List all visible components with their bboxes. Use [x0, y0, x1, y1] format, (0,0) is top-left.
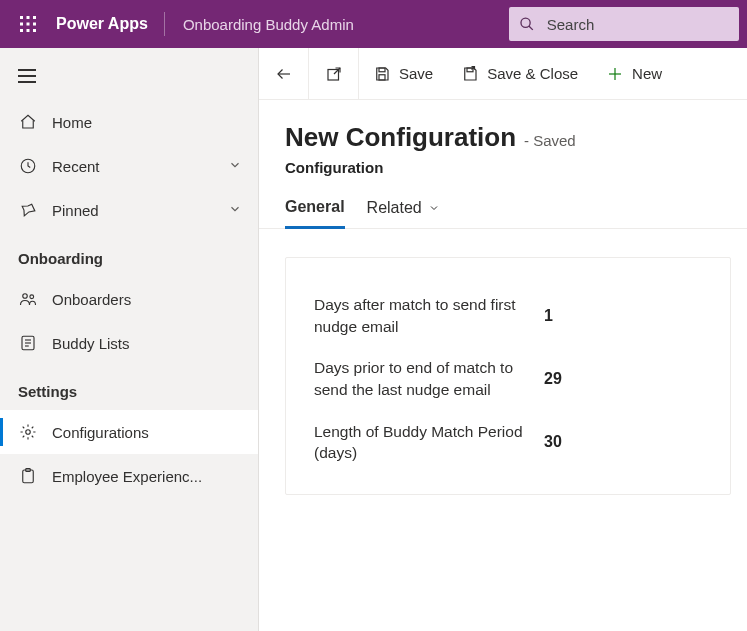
field-label: Days prior to end of match to send the l…: [314, 357, 524, 400]
svg-rect-1: [27, 16, 30, 19]
search-box[interactable]: [509, 7, 739, 41]
field-row[interactable]: Length of Buddy Match Period (days) 30: [314, 403, 702, 466]
field-value: 1: [544, 307, 553, 325]
sidebar-item-label: Pinned: [52, 202, 228, 219]
new-label: New: [632, 65, 662, 82]
save-button[interactable]: Save: [359, 48, 447, 100]
save-close-icon: [461, 65, 479, 83]
chevron-down-icon: [228, 158, 242, 172]
sidebar-item-configurations[interactable]: Configurations: [0, 410, 258, 454]
sidebar-item-label: Onboarders: [52, 291, 244, 308]
sidebar-section-onboarding: Onboarding: [0, 232, 258, 277]
sidebar-item-home[interactable]: Home: [0, 100, 258, 144]
waffle-icon: [19, 15, 37, 33]
svg-point-16: [30, 295, 34, 299]
pin-icon: [19, 201, 37, 219]
svg-rect-8: [33, 29, 36, 32]
page-status: - Saved: [524, 132, 576, 149]
sidebar-item-pinned[interactable]: Pinned: [0, 188, 258, 232]
sidebar-item-label: Home: [52, 114, 244, 131]
chevron-down-icon: [228, 202, 242, 216]
sidebar-item-label: Buddy Lists: [52, 335, 244, 352]
hamburger-icon: [18, 69, 36, 83]
field-label: Days after match to send first nudge ema…: [314, 294, 524, 337]
clock-icon: [19, 157, 37, 175]
search-icon: [519, 15, 535, 33]
open-new-window-button[interactable]: [309, 48, 359, 100]
app-launcher-button[interactable]: [8, 0, 48, 48]
sidebar-item-employee-experience[interactable]: Employee Experienc...: [0, 454, 258, 498]
tab-label: Related: [367, 199, 422, 217]
svg-point-21: [26, 430, 31, 435]
top-bar: Power Apps Onboarding Buddy Admin: [0, 0, 747, 48]
svg-rect-3: [20, 23, 23, 26]
sidebar-item-buddy-lists[interactable]: Buddy Lists: [0, 321, 258, 365]
svg-rect-6: [20, 29, 23, 32]
chevron-down-icon: [428, 202, 440, 214]
gear-icon: [19, 423, 37, 441]
save-label: Save: [399, 65, 433, 82]
svg-rect-4: [27, 23, 30, 26]
svg-rect-0: [20, 16, 23, 19]
sidebar-item-label: Employee Experienc...: [52, 468, 244, 485]
search-input[interactable]: [545, 15, 729, 34]
command-bar: Save Save & Close New: [259, 48, 747, 100]
svg-point-9: [521, 18, 530, 27]
home-icon: [19, 113, 37, 131]
svg-point-15: [23, 294, 28, 299]
brand-label[interactable]: Power Apps: [48, 15, 164, 33]
list-icon: [19, 334, 37, 352]
svg-rect-2: [33, 16, 36, 19]
field-value: 30: [544, 433, 562, 451]
people-icon: [19, 290, 37, 308]
tab-related[interactable]: Related: [367, 198, 440, 228]
svg-rect-28: [379, 74, 385, 79]
page-header: New Configuration - Saved Configuration: [259, 100, 747, 180]
field-row[interactable]: Days prior to end of match to send the l…: [314, 339, 702, 402]
entity-name: Configuration: [285, 159, 721, 176]
save-close-button[interactable]: Save & Close: [447, 48, 592, 100]
sidebar-section-settings: Settings: [0, 365, 258, 410]
back-arrow-icon: [275, 65, 293, 83]
field-row[interactable]: Days after match to send first nudge ema…: [314, 276, 702, 339]
divider: [164, 12, 165, 36]
form-card: Days after match to send first nudge ema…: [285, 257, 731, 495]
save-icon: [373, 65, 391, 83]
svg-line-10: [529, 26, 533, 30]
tab-general[interactable]: General: [285, 198, 345, 229]
app-name-label: Onboarding Buddy Admin: [171, 16, 366, 33]
svg-rect-7: [27, 29, 30, 32]
open-external-icon: [325, 65, 343, 83]
sidebar-item-label: Configurations: [52, 424, 244, 441]
field-value: 29: [544, 370, 562, 388]
sidebar-item-label: Recent: [52, 158, 228, 175]
clipboard-icon: [19, 467, 37, 485]
field-label: Length of Buddy Match Period (days): [314, 421, 524, 464]
new-button[interactable]: New: [592, 48, 676, 100]
main-content: Save Save & Close New New Configuration …: [259, 48, 747, 631]
save-close-label: Save & Close: [487, 65, 578, 82]
page-title: New Configuration: [285, 122, 516, 152]
svg-rect-5: [33, 23, 36, 26]
tab-label: General: [285, 198, 345, 216]
sidebar-item-onboarders[interactable]: Onboarders: [0, 277, 258, 321]
form-tabs: General Related: [259, 180, 747, 229]
plus-icon: [606, 65, 624, 83]
sidebar: Home Recent Pinned Onboarding Onboarders…: [0, 48, 259, 631]
sidebar-toggle-button[interactable]: [0, 52, 258, 100]
sidebar-item-recent[interactable]: Recent: [0, 144, 258, 188]
svg-rect-27: [379, 68, 385, 72]
back-button[interactable]: [259, 48, 309, 100]
